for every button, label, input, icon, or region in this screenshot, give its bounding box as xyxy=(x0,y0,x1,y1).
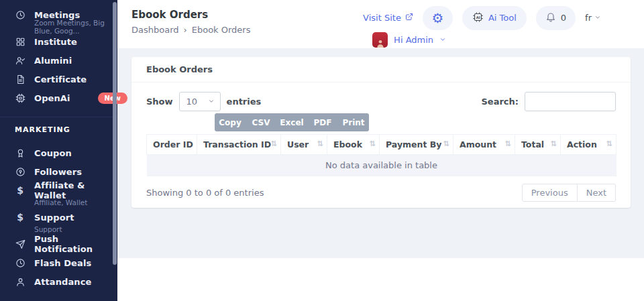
gear-icon: ⚙ xyxy=(431,11,443,25)
pdf-button[interactable]: PDF xyxy=(307,113,338,131)
previous-page-button[interactable]: Previous xyxy=(522,184,578,202)
notifications-button[interactable]: 0 xyxy=(536,6,576,30)
sidebar-nav: Meetings Zoom Meetings, Big Blue, Goog..… xyxy=(0,0,117,291)
column-header-action[interactable]: Action⇅ xyxy=(561,135,616,155)
empty-message: No data available in table xyxy=(147,155,616,176)
column-label: Action xyxy=(567,139,597,149)
chevron-down-icon xyxy=(594,13,601,23)
award-icon xyxy=(15,147,25,158)
column-header-user[interactable]: User⇅ xyxy=(281,135,327,155)
target-icon xyxy=(15,166,25,177)
send-icon xyxy=(15,239,25,249)
sidebar-item-label: Push Notification xyxy=(34,234,117,254)
visit-site-label: Visit Site xyxy=(363,13,401,23)
copy-button[interactable]: Copy xyxy=(215,113,246,131)
marketing-section-title: MARKETING xyxy=(0,125,117,134)
sort-icon: ⇅ xyxy=(606,139,612,148)
sidebar-item-label: Followers xyxy=(34,167,82,177)
file-icon xyxy=(15,74,25,84)
csv-button[interactable]: CSV xyxy=(246,113,276,131)
entries-select-value: 10 xyxy=(186,97,198,107)
next-page-button[interactable]: Next xyxy=(578,184,616,202)
sidebar-marketing-section: MARKETING Coupon Followers $ Affiliate &… xyxy=(0,117,117,291)
orders-table: Order ID Transaction ID⇅ User⇅ Ebook⇅ Pa… xyxy=(146,134,616,176)
sidebar-item-label: Attandance xyxy=(34,277,91,287)
sidebar-item-push-notification[interactable]: Push Notification xyxy=(0,235,117,253)
card-title: Ebook Orders xyxy=(131,57,631,82)
ai-tool-label: Ai Tool xyxy=(488,13,517,23)
column-label: Transaction ID xyxy=(203,139,271,149)
sidebar-item-label: Coupon xyxy=(34,148,72,158)
user-icon xyxy=(15,276,25,287)
excel-button[interactable]: Excel xyxy=(276,113,307,131)
external-link-icon xyxy=(405,13,413,23)
column-label: User xyxy=(287,139,309,149)
column-header-amount[interactable]: Amount⇅ xyxy=(453,135,515,155)
sidebar-item-followers[interactable]: Followers xyxy=(0,162,117,181)
column-header-total[interactable]: Total⇅ xyxy=(515,135,561,155)
sort-icon: ⇅ xyxy=(271,139,277,148)
topbar: Ebook Orders Dashboard › Ebook Orders Vi… xyxy=(117,0,644,48)
column-label: Ebook xyxy=(333,139,362,149)
column-header-order-id[interactable]: Order ID xyxy=(147,135,197,155)
entries-select[interactable]: 10 xyxy=(179,92,221,111)
column-header-ebook[interactable]: Ebook⇅ xyxy=(327,135,380,155)
sidebar-item-label: Alumini xyxy=(34,56,72,66)
column-label: Amount xyxy=(460,139,496,149)
export-button-group: Copy CSV Excel PDF Print xyxy=(215,113,369,131)
sidebar-item-institute[interactable]: Institute xyxy=(0,32,117,51)
sort-icon: ⇅ xyxy=(443,139,449,148)
sidebar-item-affiliate-wallet[interactable]: $ Affiliate & Wallet xyxy=(0,181,117,200)
dollar-icon: $ xyxy=(15,212,25,223)
column-label: Total xyxy=(521,139,544,149)
sort-icon: ⇅ xyxy=(370,139,376,148)
sort-icon: ⇅ xyxy=(551,139,557,148)
column-label: Payment By xyxy=(386,139,441,149)
svg-text:AI: AI xyxy=(476,15,480,19)
bell-icon xyxy=(545,11,556,24)
print-button[interactable]: Print xyxy=(338,113,369,131)
show-label: Show xyxy=(146,97,173,107)
grid-icon xyxy=(15,36,25,47)
ebook-orders-card: Ebook Orders Show 10 entries Search: xyxy=(131,57,631,208)
table-header-row: Order ID Transaction ID⇅ User⇅ Ebook⇅ Pa… xyxy=(147,135,616,155)
sidebar-item-label: Institute xyxy=(34,37,77,47)
sidebar-item-label: Flash Deals xyxy=(34,258,91,268)
pagination: Previous Next xyxy=(522,184,616,202)
user-menu[interactable]: Hi Admin xyxy=(372,32,446,48)
entries-summary: Showing 0 to 0 of 0 entries xyxy=(146,188,264,198)
breadcrumb-separator: › xyxy=(184,25,187,35)
search-input[interactable] xyxy=(525,92,616,111)
settings-button[interactable]: ⚙ xyxy=(423,6,453,30)
sidebar-scrollbar[interactable] xyxy=(113,2,117,265)
sidebar-item-alumini[interactable]: Alumini xyxy=(0,51,117,70)
language-dropdown[interactable]: fr xyxy=(585,13,601,23)
sidebar-item-attandance[interactable]: Attandance xyxy=(0,272,117,291)
search-label: Search: xyxy=(481,97,519,107)
sidebar: Meetings Zoom Meetings, Big Blue, Goog..… xyxy=(0,0,117,301)
sidebar-item-label: Certificate xyxy=(34,74,87,84)
sidebar-item-coupon[interactable]: Coupon xyxy=(0,143,117,162)
sidebar-item-flash-deals[interactable]: Flash Deals xyxy=(0,253,117,272)
sort-icon: ⇅ xyxy=(317,139,323,148)
breadcrumb-current: Ebook Orders xyxy=(192,25,251,35)
chevron-down-icon xyxy=(439,35,446,45)
sidebar-item-certificate[interactable]: Certificate xyxy=(0,70,117,88)
visit-site-link[interactable]: Visit Site xyxy=(363,13,413,23)
ai-tool-button[interactable]: AI Ai Tool xyxy=(462,6,527,30)
sort-icon: ⇅ xyxy=(505,139,511,148)
sidebar-item-label: Affiliate & Wallet xyxy=(34,180,117,200)
notification-count: 0 xyxy=(561,13,566,23)
content-area: Ebook Orders Show 10 entries Search: xyxy=(117,48,644,258)
sidebar-item-label: Support xyxy=(34,213,74,223)
column-header-payment-by[interactable]: Payment By⇅ xyxy=(380,135,453,155)
chevron-down-icon xyxy=(208,97,215,107)
column-header-transaction-id[interactable]: Transaction ID⇅ xyxy=(197,135,281,155)
breadcrumb-parent[interactable]: Dashboard xyxy=(131,25,179,35)
greeting-label: Hi Admin xyxy=(394,35,433,45)
empty-table-row: No data available in table xyxy=(147,155,616,176)
avatar xyxy=(372,32,388,48)
sidebar-item-openai[interactable]: OpenAi New xyxy=(0,88,117,107)
page-title: Ebook Orders xyxy=(131,9,208,21)
breadcrumb: Dashboard › Ebook Orders xyxy=(131,25,250,35)
